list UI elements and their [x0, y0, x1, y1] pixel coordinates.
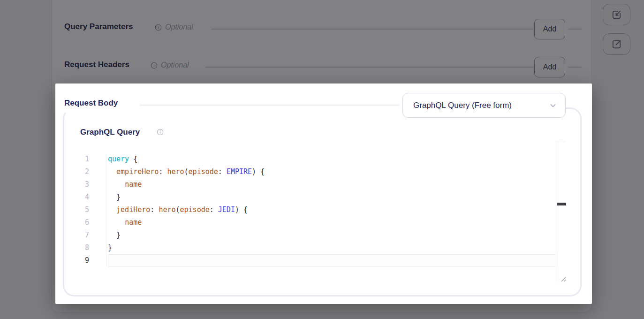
body-type-select[interactable]: GraphQL Query (Free form) [402, 93, 566, 118]
divider [140, 105, 400, 106]
code-token: ) { [252, 167, 265, 176]
code-token: episode [180, 205, 210, 214]
code-token: jediHero [116, 205, 150, 214]
code-token: : [210, 205, 218, 214]
code-token: : [150, 205, 159, 214]
body-type-value: GraphQL Query (Free form) [413, 101, 549, 110]
code-line[interactable] [108, 254, 265, 267]
code-token: ) { [235, 205, 248, 214]
line-number: 8 [65, 242, 89, 254]
code-token [108, 205, 116, 214]
code-line[interactable]: name [108, 216, 265, 229]
line-number-gutter: 123456789 [65, 153, 89, 267]
code-line[interactable]: query { [108, 153, 265, 166]
code-token: empireHero [116, 167, 159, 176]
line-number: 5 [65, 204, 89, 216]
code-token: EMPIRE [227, 167, 252, 176]
code-token: : [218, 167, 227, 176]
gutter-separator [106, 154, 106, 266]
line-number: 2 [65, 166, 89, 178]
line-number: 7 [65, 229, 89, 242]
chevron-down-icon [549, 102, 557, 109]
code-token: JEDI [218, 205, 235, 214]
code-token [108, 218, 125, 227]
code-line[interactable]: empireHero: hero(episode: EMPIRE) { [108, 166, 265, 178]
editor-scrollbar-thumb[interactable] [557, 203, 566, 205]
code-token [108, 180, 125, 189]
code-line[interactable]: } [108, 242, 265, 254]
graphql-code-editor[interactable]: query { empireHero: hero(episode: EMPIRE… [108, 153, 265, 267]
request-body-heading: Request Body [64, 99, 118, 108]
resource-settings-page: Query Parameters Optional Add Request He… [0, 0, 644, 319]
code-token: ( [184, 167, 189, 176]
info-icon[interactable] [157, 129, 164, 136]
line-number: 6 [65, 216, 89, 229]
code-token: { [129, 155, 137, 163]
code-token: } [108, 231, 121, 239]
editor-scrollbar-track[interactable] [556, 142, 566, 282]
code-token: episode [189, 167, 218, 176]
line-number: 1 [65, 153, 89, 166]
code-token: } [108, 193, 121, 201]
code-line[interactable]: jediHero: hero(episode: JEDI) { [108, 204, 265, 216]
code-token: query [108, 155, 129, 163]
code-line[interactable]: } [108, 191, 265, 204]
line-number: 3 [65, 178, 89, 191]
code-token: : [159, 167, 167, 176]
code-token [108, 167, 116, 176]
code-line[interactable]: } [108, 229, 265, 242]
code-token: } [108, 243, 112, 252]
request-body-modal: Request Body GraphQL Query (Free form) G… [55, 84, 592, 304]
code-token: name [125, 218, 142, 227]
textarea-resize-handle[interactable] [560, 276, 567, 282]
code-token: hero [167, 167, 184, 176]
line-number: 9 [65, 254, 89, 267]
code-line[interactable]: name [108, 178, 265, 191]
code-token: hero [159, 205, 175, 214]
line-number: 4 [65, 191, 89, 204]
code-token: ( [176, 205, 180, 214]
graphql-query-label: GraphQL Query [80, 128, 140, 137]
code-token: name [125, 180, 142, 189]
